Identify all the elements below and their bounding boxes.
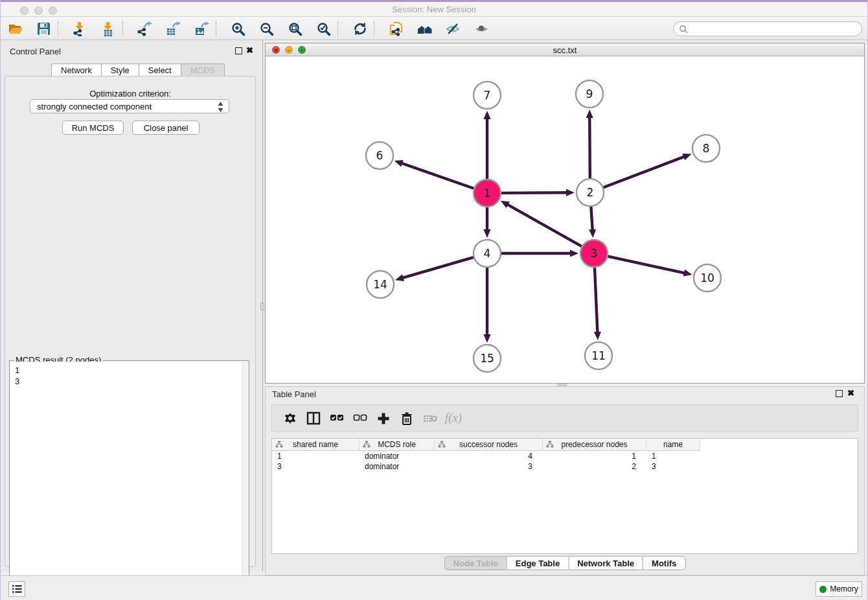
tab-style[interactable]: Style <box>101 63 139 76</box>
refresh-button[interactable] <box>350 20 370 38</box>
home-layout-button[interactable] <box>415 20 435 38</box>
network-canvas[interactable]: 7968124314101511 <box>266 56 864 383</box>
graph-node-3[interactable]: 3 <box>580 240 608 267</box>
dropdown-value: strongly connected component <box>37 102 152 111</box>
graph-node-8[interactable]: 8 <box>692 135 720 162</box>
table-toolbar: f(x) <box>271 404 858 432</box>
open-session-button[interactable] <box>6 20 25 38</box>
column-header-name[interactable]: name <box>646 439 700 451</box>
graph-node-label: 3 <box>591 247 598 260</box>
show-details-button[interactable] <box>472 20 492 38</box>
import-network-button[interactable] <box>71 20 90 38</box>
export-image-button[interactable] <box>192 20 212 38</box>
graph-node-6[interactable]: 6 <box>366 142 393 169</box>
graph-node-11[interactable]: 11 <box>585 342 612 369</box>
zoom-fit-icon <box>288 21 303 36</box>
hide-details-button[interactable] <box>444 20 463 38</box>
export-table-button[interactable] <box>164 20 183 38</box>
tab-network-table[interactable]: Network Table <box>568 556 643 570</box>
graph-edge-3-10[interactable] <box>608 257 692 277</box>
graph-edge-2-8[interactable] <box>604 154 692 187</box>
graph-node-9[interactable]: 9 <box>576 80 603 108</box>
graph-edge-2-9[interactable] <box>586 110 593 178</box>
float-panel-icon[interactable] <box>235 47 242 54</box>
graph-edge-3-1[interactable] <box>501 201 582 246</box>
graph-edge-4-3[interactable] <box>501 249 578 257</box>
cell-successor-nodes[interactable]: 3 <box>435 461 543 472</box>
graph-node-1[interactable]: 1 <box>474 179 501 207</box>
cell-predecessor-nodes[interactable]: 2 <box>543 461 646 472</box>
vertical-splitter[interactable] <box>260 40 265 571</box>
tab-motifs[interactable]: Motifs <box>643 556 685 570</box>
table-header-row: shared nameMCDS rolesuccessor nodesprede… <box>272 439 700 451</box>
run-mcds-button[interactable]: Run MCDS <box>62 121 124 135</box>
column-header-MCDS-role[interactable]: MCDS role <box>360 439 435 451</box>
tab-mcds[interactable]: MCDS <box>181 63 225 76</box>
mcds-result-text[interactable]: 1 3 <box>10 362 242 600</box>
cell-shared-name[interactable]: 3 <box>272 461 360 472</box>
import-table-button[interactable] <box>99 20 119 38</box>
column-header-successor-nodes[interactable]: successor nodes <box>435 439 543 451</box>
task-history-button[interactable] <box>8 581 25 597</box>
duplicate-network-button[interactable] <box>387 20 406 38</box>
table-tabs: Node Table Edge Table Network Table Moti… <box>444 556 686 570</box>
tab-edge-table[interactable]: Edge Table <box>507 556 568 570</box>
graph-edge-4-15[interactable] <box>483 268 490 343</box>
zoom-fit-button[interactable] <box>286 20 305 38</box>
close-panel-icon[interactable]: ✖ <box>246 45 253 55</box>
show-columns-button[interactable] <box>302 408 325 428</box>
float-panel-icon[interactable] <box>836 390 843 397</box>
graph-edge-4-14[interactable] <box>395 257 474 281</box>
select-all-columns-button[interactable] <box>325 408 348 428</box>
create-column-button[interactable] <box>372 408 395 428</box>
cell-MCDS-role[interactable]: dominator <box>360 461 435 472</box>
export-network-button[interactable] <box>135 20 155 38</box>
network-window-titlebar[interactable]: ✕ − + scc.txt <box>266 43 864 56</box>
tab-network[interactable]: Network <box>51 63 101 76</box>
splitter-handle[interactable] <box>260 303 264 310</box>
table-settings-button[interactable] <box>279 408 302 428</box>
table-row-2[interactable]: 3dominator323 <box>272 461 700 472</box>
cell-MCDS-role[interactable]: dominator <box>360 451 435 461</box>
eye-slash-icon <box>446 21 461 36</box>
zoom-selected-button[interactable] <box>314 20 334 38</box>
tab-node-table[interactable]: Node Table <box>444 556 507 570</box>
tab-select[interactable]: Select <box>139 63 181 76</box>
hierarchy-icon <box>275 441 283 448</box>
cell-shared-name[interactable]: 1 <box>272 451 360 461</box>
cell-successor-nodes[interactable]: 4 <box>435 451 543 461</box>
graph-edge-1-7[interactable] <box>483 111 490 179</box>
graph-node-2[interactable]: 2 <box>577 179 604 206</box>
search-box[interactable] <box>673 21 862 36</box>
graph-node-7[interactable]: 7 <box>474 82 501 109</box>
table-row-1[interactable]: 1dominator411 <box>272 451 700 461</box>
column-header-shared-name[interactable]: shared name <box>272 439 360 451</box>
optimization-criterion-dropdown[interactable]: strongly connected component <box>30 99 229 113</box>
search-input[interactable] <box>691 25 862 34</box>
graph-node-15[interactable]: 15 <box>474 345 501 372</box>
column-label: shared name <box>293 440 338 449</box>
cell-name[interactable]: 3 <box>646 461 700 472</box>
delete-columns-button[interactable] <box>395 408 418 428</box>
zoom-in-button[interactable] <box>229 20 248 38</box>
mcds-result-scrollbar[interactable] <box>242 362 248 600</box>
close-panel-button[interactable]: Close panel <box>132 121 200 135</box>
graph-node-10[interactable]: 10 <box>694 264 721 292</box>
zoom-out-button[interactable] <box>257 20 277 38</box>
graph-edge-1-4[interactable] <box>483 207 490 238</box>
graph-edge-1-6[interactable] <box>394 160 474 189</box>
memory-button[interactable]: Memory <box>816 581 862 597</box>
column-header-predecessor-nodes[interactable]: predecessor nodes <box>543 439 646 451</box>
graph-node-label: 15 <box>480 352 494 365</box>
deselect-all-columns-button[interactable] <box>348 408 372 428</box>
graph-node-4[interactable]: 4 <box>474 240 501 267</box>
graph-edge-3-11[interactable] <box>594 268 601 340</box>
save-session-button[interactable] <box>34 20 54 38</box>
cell-predecessor-nodes[interactable]: 1 <box>543 451 646 461</box>
graph-edge-1-2[interactable] <box>501 189 575 196</box>
cell-name[interactable]: 1 <box>646 451 700 461</box>
graph-node-14[interactable]: 14 <box>367 271 394 298</box>
close-panel-icon[interactable]: ✖ <box>847 388 854 398</box>
graph-edge-2-3[interactable] <box>589 207 596 238</box>
graph-node-label: 8 <box>703 142 710 155</box>
